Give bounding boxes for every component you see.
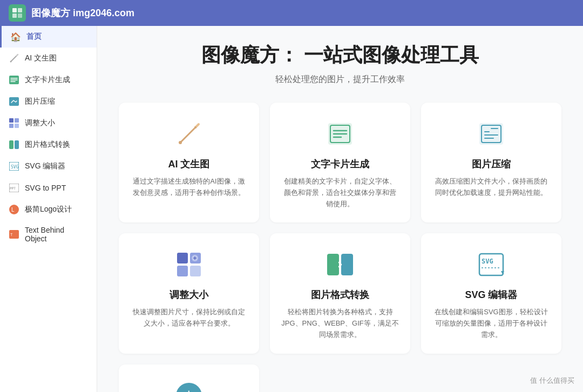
svg-rect-3 [18,13,22,18]
svg-ppt-icon: PPT [9,183,19,193]
compress-icon [9,96,19,107]
card-text-card-icon [324,118,356,150]
svg-text:PPT: PPT [10,186,16,190]
sidebar-label-format: 图片格式转换 [25,140,70,150]
svg-rect-13 [15,118,19,123]
card-resize-desc: 快速调整图片尺寸，保持比例或自定义大小，适应各种平台要求。 [130,307,248,329]
sidebar-item-ai[interactable]: AI 文生图 [0,48,97,69]
sidebar-label-logo: 极简Logo设计 [25,205,72,214]
svg-rect-0 [12,8,17,12]
card-format[interactable]: 图片格式转换 轻松将图片转换为各种格式，支持JPG、PNG、WEBP、GIF等，… [270,233,410,353]
svg-text:SVG: SVG [482,258,493,265]
svg-rect-16 [9,140,13,149]
svg-rect-43 [177,266,188,276]
card-ai-desc: 通过文字描述生成独特的AI图像，激发创意灵感，适用于各种创作场景。 [130,176,248,199]
svg-point-28 [179,141,182,144]
sidebar-item-text-card[interactable]: 文字卡片生成 [0,69,97,91]
card-format-icon [324,248,356,281]
sidebar-item-text-behind[interactable]: T Text Behind Object [0,220,97,248]
svg-rect-2 [12,13,17,18]
main-content: 图像魔方： 一站式图像处理工具 轻松处理您的图片，提升工作效率 AI 文生图 通… [97,26,583,392]
svg-point-29 [194,126,196,129]
sidebar-item-compress[interactable]: 图片压缩 [0,91,97,112]
sidebar-label-home: 首页 [26,32,42,42]
card-svg-editor-title: SVG 编辑器 [465,288,517,301]
card-resize-title: 调整大小 [170,288,208,301]
card-compress-title: 图片压缩 [472,158,511,171]
svg-text:SVG: SVG [11,165,19,170]
sidebar-item-resize[interactable]: 调整大小 [0,112,97,134]
card-logo-icon: 人 [173,380,205,392]
card-svg-editor[interactable]: SVG SVG 编辑器 在线创建和编辑SVG图形，轻松设计可缩放的矢量图像，适用… [421,233,561,353]
sidebar-item-format[interactable]: 图片格式转换 [0,134,97,156]
sidebar: 🏠 首页 AI 文生图 文字卡片生成 图片压缩 [0,26,97,392]
svg-text:L: L [11,207,15,213]
sidebar-label-text-card: 文字卡片生成 [25,75,70,85]
svg-rect-41 [177,253,188,263]
card-text-card-title: 文字卡片生成 [311,158,369,171]
home-icon: 🏠 [10,31,21,42]
svg-rect-44 [190,266,201,276]
svg-rect-15 [15,124,19,128]
logo-icon [9,4,26,22]
layout: 🏠 首页 AI 文生图 文字卡片生成 图片压缩 [0,26,583,392]
text-behind-icon: T [9,229,19,240]
sidebar-item-home[interactable]: 🏠 首页 [0,26,97,48]
card-text-card-desc: 创建精美的文字卡片，自定义字体、颜色和背景，适合社交媒体分享和营销使用。 [281,176,399,209]
svg-rect-11 [9,97,19,106]
resize-icon [9,118,19,129]
logo-design-icon: L [9,204,19,215]
sidebar-label-resize: 调整大小 [25,118,55,128]
svg-rect-17 [15,140,19,149]
svg-text:T: T [10,233,13,236]
svg-text:人: 人 [183,389,195,392]
card-text-card[interactable]: 文字卡片生成 创建精美的文字卡片，自定义字体、颜色和背景，适合社交媒体分享和营销… [270,103,410,222]
format-icon [9,139,19,150]
card-ai-title: AI 文生图 [168,158,209,171]
ai-icon [9,53,19,64]
sidebar-label-svg-editor: SVG 编辑器 [25,161,65,171]
sidebar-label-ai: AI 文生图 [25,53,57,63]
svg-line-26 [180,127,195,143]
sidebar-label-compress: 图片压缩 [25,97,55,106]
card-logo[interactable]: 人 极简Logo设计 使用AI技术快速生成简洁现代的logo设计，为您的品牌打造… [119,364,259,392]
card-svg-editor-icon: SVG [475,248,507,281]
page-subtitle: 轻松处理您的图片，提升工作效率 [119,74,561,85]
card-format-title: 图片格式转换 [311,288,369,301]
svg-rect-48 [327,254,339,275]
sidebar-item-svg-editor[interactable]: SVG SVG 编辑器 [0,156,97,177]
sidebar-item-logo[interactable]: L 极简Logo设计 [0,199,97,220]
card-ai-generate[interactable]: AI 文生图 通过文字描述生成独特的AI图像，激发创意灵感，适用于各种创作场景。 [119,103,259,222]
svg-rect-49 [341,254,353,275]
svg-line-4 [11,56,17,62]
text-card-icon [9,75,19,85]
page-title: 图像魔方： 一站式图像处理工具 [119,42,561,69]
svg-line-5 [17,55,18,56]
card-resize[interactable]: 调整大小 快速调整图片尺寸，保持比例或自定义大小，适应各种平台要求。 [119,233,259,353]
card-compress-desc: 高效压缩图片文件大小，保持画质的同时优化加载速度，提升网站性能。 [432,176,551,199]
header: 图像魔方 img2046.com [0,0,583,26]
svg-editor-icon: SVG [9,161,19,172]
card-svg-editor-desc: 在线创建和编辑SVG图形，轻松设计可缩放的矢量图像，适用于各种设计需求。 [432,307,551,340]
card-resize-icon [173,248,205,281]
svg-rect-35 [479,123,503,145]
svg-rect-1 [18,8,22,12]
card-compress[interactable]: 图片压缩 高效压缩图片文件大小，保持画质的同时优化加载速度，提升网站性能。 [421,103,561,222]
watermark: 值 什么值得买 [530,376,574,386]
svg-rect-12 [9,118,13,123]
sidebar-label-text-behind: Text Behind Object [25,226,88,243]
card-compress-icon [475,118,507,150]
site-title: 图像魔方 img2046.com [31,6,134,19]
svg-point-6 [10,61,12,63]
sidebar-item-svg-ppt[interactable]: PPT SVG to PPT [0,177,97,199]
card-ai-icon [173,118,205,150]
cards-grid: AI 文生图 通过文字描述生成独特的AI图像，激发创意灵感，适用于各种创作场景。… [119,103,561,392]
svg-rect-14 [9,124,13,128]
card-format-desc: 轻松将图片转换为各种格式，支持JPG、PNG、WEBP、GIF等，满足不同场景需… [281,307,399,340]
sidebar-label-svg-ppt: SVG to PPT [25,184,66,192]
